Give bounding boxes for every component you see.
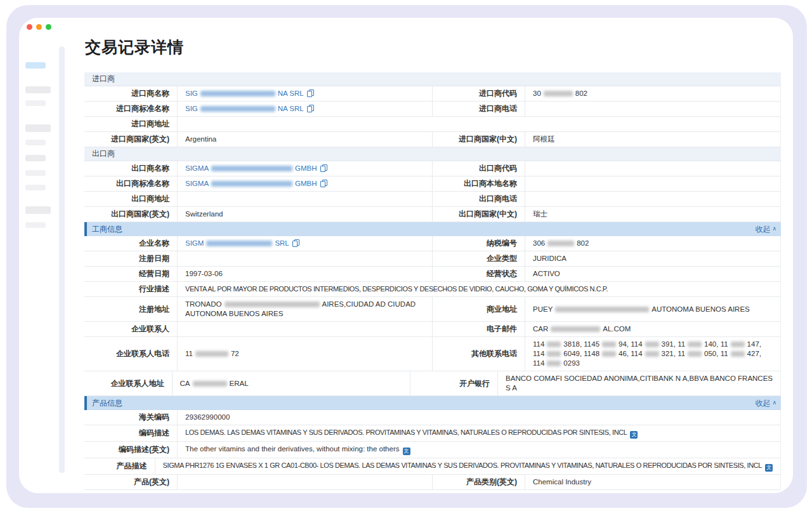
- translate-icon[interactable]: 文: [403, 448, 410, 455]
- field-label: 出口商标准名称: [116, 179, 169, 189]
- field-label-cell: 进口商电话: [433, 102, 525, 116]
- company-link[interactable]: NA SRL: [278, 90, 304, 97]
- field-label: 进口商电话: [479, 104, 517, 114]
- traffic-light-zoom[interactable]: [46, 24, 51, 30]
- copy-icon[interactable]: [320, 180, 327, 187]
- sidebar-item[interactable]: [25, 222, 46, 228]
- sidebar-item[interactable]: [25, 86, 51, 93]
- field-label: 商业地址: [487, 305, 517, 314]
- value-line: 1172: [185, 349, 424, 359]
- value-line: 1997-03-06: [185, 269, 424, 279]
- table-row: 编码描述LOS DEMAS. LAS DEMAS VITAMINAS Y SUS…: [84, 425, 781, 442]
- value-line: Chemical Industry: [533, 477, 773, 487]
- section-header-exporter: 出口商: [84, 147, 781, 161]
- value-text: 46, 114: [619, 350, 643, 357]
- redacted-text: [602, 342, 616, 347]
- value-line: CARAL.COM: [533, 324, 773, 334]
- value-line: SIGMA PHR1276 1G ENVASES X 1 GR CA01-CB0…: [163, 461, 773, 472]
- field-label: 进口商地址: [131, 119, 169, 129]
- traffic-light-close[interactable]: [27, 24, 32, 30]
- traffic-light-minimize[interactable]: [36, 24, 42, 30]
- field-label: 产品(英文): [134, 477, 169, 487]
- value-text: AUTONOMA BUENOS AIRES: [652, 305, 749, 313]
- field-value: JURIDICA: [525, 251, 780, 266]
- field-label-cell: 经营日期: [84, 267, 178, 281]
- field-label: 出口商国家(英文): [111, 209, 169, 219]
- page-title: 交易记录详情: [85, 37, 781, 57]
- table-row: 进口商标准名称SIGNA SRL进口商电话: [84, 102, 781, 117]
- sidebar-item[interactable]: [25, 100, 46, 106]
- field-label-cell: 电子邮件: [433, 322, 525, 336]
- value-text: SIGMA PHR1276 1G ENVASES X 1 GR CA01-CB0…: [163, 461, 762, 469]
- field-value: [178, 117, 780, 131]
- value-text: 30: [533, 90, 541, 97]
- value-line: AUTONOMA BUENOS AIRES: [185, 309, 424, 319]
- value-text: 瑞士: [533, 210, 547, 218]
- field-value: 29362990000: [178, 410, 780, 425]
- translate-icon[interactable]: 文: [765, 464, 773, 472]
- value-text: ACTIVO: [533, 270, 560, 277]
- company-link[interactable]: SRL: [275, 239, 289, 247]
- company-link[interactable]: SIGMA: [185, 180, 209, 187]
- copy-icon[interactable]: [307, 90, 314, 97]
- field-label: 电子邮件: [487, 324, 517, 334]
- table-row: 企业名称SIGMSRL纳税编号306802: [84, 236, 781, 251]
- field-label-cell: 注册日期: [84, 251, 178, 266]
- value-text: 114: [533, 359, 544, 367]
- sidebar-item[interactable]: [25, 155, 46, 161]
- redacted-text: [688, 342, 702, 347]
- field-label-cell: 进口商国家(英文): [84, 132, 178, 147]
- field-label-cell: 纳税编号: [433, 236, 525, 251]
- company-link[interactable]: GMBH: [295, 180, 317, 187]
- sidebar-item[interactable]: [25, 206, 51, 214]
- field-value: [525, 102, 780, 116]
- value-text: 29362990000: [185, 413, 230, 421]
- value-line: SIGMAGMBH: [185, 179, 424, 189]
- redacted-text: [206, 241, 272, 246]
- copy-icon[interactable]: [292, 239, 299, 247]
- company-link[interactable]: SIG: [185, 105, 198, 112]
- field-value: [178, 192, 433, 206]
- redacted-text: [645, 351, 659, 357]
- copy-icon[interactable]: [307, 105, 314, 112]
- field-label: 出口商本地名称: [464, 179, 517, 189]
- redacted-text: [602, 351, 616, 357]
- sidebar-item[interactable]: [25, 170, 46, 176]
- collapse-button-product[interactable]: 收起∧: [755, 398, 776, 409]
- field-label-cell: 海关编码: [84, 410, 178, 425]
- field-value: 306802: [525, 236, 780, 251]
- sidebar-item[interactable]: [25, 185, 46, 190]
- field-label: 经营日期: [139, 269, 169, 279]
- field-value: SIGNA SRL: [178, 102, 433, 116]
- field-label: 企业类型: [487, 254, 517, 263]
- field-value: 30802: [525, 86, 780, 101]
- collapse-button-business[interactable]: 收起∧: [755, 224, 776, 235]
- company-link[interactable]: GMBH: [295, 164, 317, 172]
- field-label-cell: 注册地址: [84, 297, 178, 321]
- field-label: 出口商国家(中文): [459, 209, 517, 219]
- section-title: 出口商: [92, 149, 115, 159]
- company-link[interactable]: SIGMA: [185, 164, 209, 172]
- value-line: 1143818, 114594, 114391, 11140, 11147,: [533, 340, 773, 349]
- sidebar-item-active[interactable]: [25, 62, 46, 69]
- field-label-cell: 编码描述(英文): [84, 442, 178, 458]
- field-label-cell: 进口商标准名称: [84, 102, 178, 116]
- value-line: The other vitamins and their derivatives…: [185, 444, 773, 455]
- redacted-text: [547, 361, 561, 366]
- translate-icon[interactable]: 文: [630, 431, 638, 439]
- company-link[interactable]: SIG: [185, 90, 198, 97]
- company-link[interactable]: NA SRL: [278, 105, 304, 112]
- value-line: SIGMAGMBH: [185, 164, 424, 173]
- company-link[interactable]: SIGM: [185, 239, 204, 247]
- field-label-cell: 行业描述: [84, 282, 178, 296]
- field-value: Chemical Industry: [525, 475, 780, 489]
- copy-icon[interactable]: [320, 164, 327, 172]
- sidebar-item[interactable]: [25, 140, 46, 145]
- value-line: VENTA AL POR MAYOR DE PRODUCTOS INTERMED…: [185, 284, 773, 294]
- sidebar-item[interactable]: [25, 124, 51, 132]
- redacted-text: [688, 351, 702, 357]
- redacted-text: [645, 342, 659, 347]
- table-row: 产品(英文)产品类别(英文)Chemical Industry: [84, 475, 781, 490]
- collapse-label: 收起: [755, 398, 770, 409]
- redacted-text: [547, 342, 561, 347]
